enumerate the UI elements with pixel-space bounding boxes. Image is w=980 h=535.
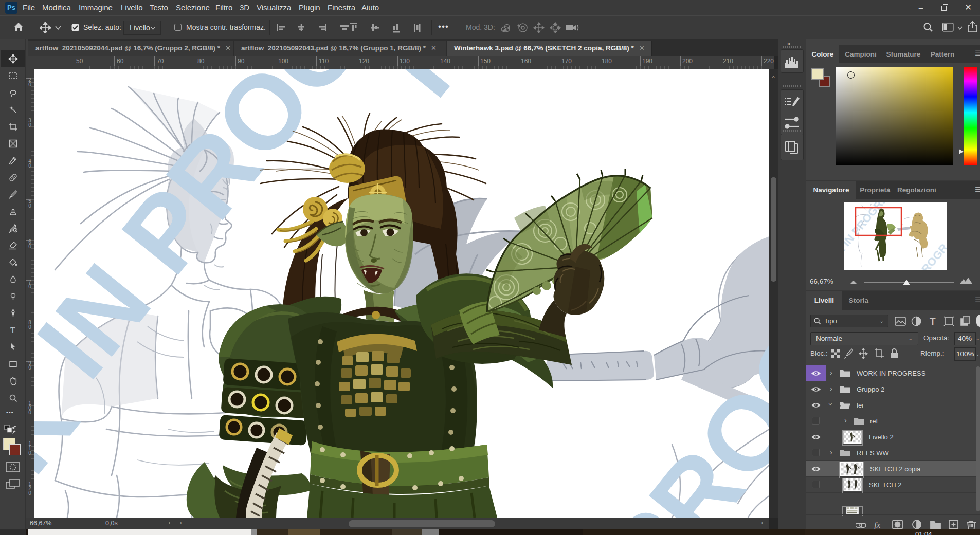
svg-text:T: T [10, 326, 15, 335]
svg-text:PROGR: PROGR [914, 241, 947, 270]
svg-text:T: T [930, 316, 936, 327]
svg-text:fx: fx [874, 520, 881, 530]
